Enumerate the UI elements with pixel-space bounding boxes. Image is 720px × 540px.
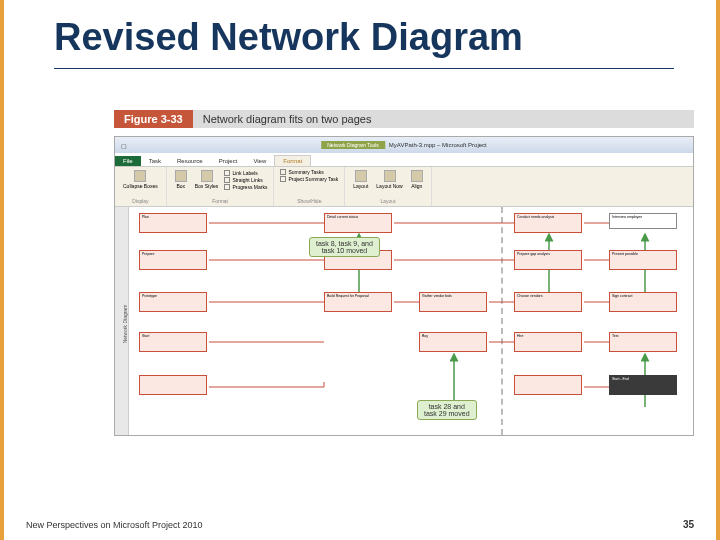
task-node[interactable]: Prepare gap analysis [514,250,582,270]
task-node[interactable]: Test [609,332,677,352]
task-node[interactable]: Buy [419,332,487,352]
task-node[interactable]: Detail current status [324,213,392,233]
box-button[interactable]: Box [173,169,189,190]
contextual-tab-label: Network Diagram Tools [321,141,385,149]
sidebar-label: Network Diagram [122,294,128,354]
ribbon-group-showhide: Summary Tasks Project Summary Task Show/… [274,167,345,206]
tab-project[interactable]: Project [211,156,246,166]
figure-container: Figure 3-33 Network diagram fits on two … [114,108,694,436]
task-node[interactable] [139,375,207,395]
callout-moved-tasks-1: task 8, task 9, and task 10 moved [309,237,380,257]
align-button[interactable]: Align [409,169,425,190]
progress-marks-check[interactable]: Progress Marks [224,184,267,190]
figure-caption: Network diagram fits on two pages [193,110,694,128]
task-node[interactable]: Present possible [609,250,677,270]
task-node[interactable]: Choose vendors [514,292,582,312]
page-break-line [501,207,503,435]
task-node[interactable]: Start [139,332,207,352]
ribbon-group-display: Collapse Boxes Display [115,167,167,206]
box-icon [175,170,187,182]
window-title: MyAVPath-3.mpp – Microsoft Project [389,142,487,148]
layout-icon [355,170,367,182]
layout-now-icon [384,170,396,182]
tab-resource[interactable]: Resource [169,156,211,166]
tab-file[interactable]: File [115,156,141,166]
slide-number: 35 [683,519,694,530]
window-titlebar: ▢ Network Diagram Tools MyAVPath-3.mpp –… [115,137,693,153]
link-labels-check[interactable]: Link Labels [224,170,267,176]
diagram-canvas[interactable]: Plan Detail current status Conduct needs… [129,207,693,435]
slide-title: Revised Network Diagram [54,16,523,59]
ribbon-group-format: Box Box Styles Link Labels Straight Link… [167,167,275,206]
summary-tasks-check[interactable]: Summary Tasks [280,169,338,175]
task-node[interactable]: Plan [139,213,207,233]
figure-header: Figure 3-33 Network diagram fits on two … [114,108,694,130]
project-summary-check[interactable]: Project Summary Task [280,176,338,182]
align-icon [411,170,423,182]
tab-format[interactable]: Format [274,155,311,166]
task-node[interactable]: Sign contract [609,292,677,312]
task-node[interactable]: Prepare [139,250,207,270]
straight-links-check[interactable]: Straight Links [224,177,267,183]
ribbon-tabs: File Task Resource Project View Format [115,153,693,167]
app-window: ▢ Network Diagram Tools MyAVPath-3.mpp –… [114,136,694,436]
task-node[interactable]: Prototype [139,292,207,312]
task-node[interactable]: Hire [514,332,582,352]
task-node[interactable] [514,375,582,395]
figure-label: Figure 3-33 [114,110,193,128]
task-node[interactable]: Conduct needs analysis [514,213,582,233]
tab-view[interactable]: View [245,156,274,166]
connector-arrows [129,207,693,435]
layout-now-button[interactable]: Layout Now [374,169,404,190]
quick-access-icon: ▢ [121,142,127,149]
box-styles-icon [201,170,213,182]
ribbon: Collapse Boxes Display Box Box Styles Li… [115,167,693,207]
view-sidebar: Network Diagram [115,207,129,435]
tab-task[interactable]: Task [141,156,169,166]
task-node-milestone[interactable]: Start - End [609,375,677,395]
collapse-icon [134,170,146,182]
layout-button[interactable]: Layout [351,169,370,190]
ribbon-group-layout: Layout Layout Now Align Layout [345,167,431,206]
footer-left: New Perspectives on Microsoft Project 20… [26,520,203,530]
task-node[interactable]: Build Request for Proposal [324,292,392,312]
task-node[interactable]: Gather vendor bids [419,292,487,312]
title-underline [54,68,674,69]
box-styles-button[interactable]: Box Styles [193,169,221,190]
collapse-boxes-button[interactable]: Collapse Boxes [121,169,160,190]
task-node[interactable]: Interview employee [609,213,677,229]
callout-moved-tasks-2: task 28 and task 29 moved [417,400,477,420]
